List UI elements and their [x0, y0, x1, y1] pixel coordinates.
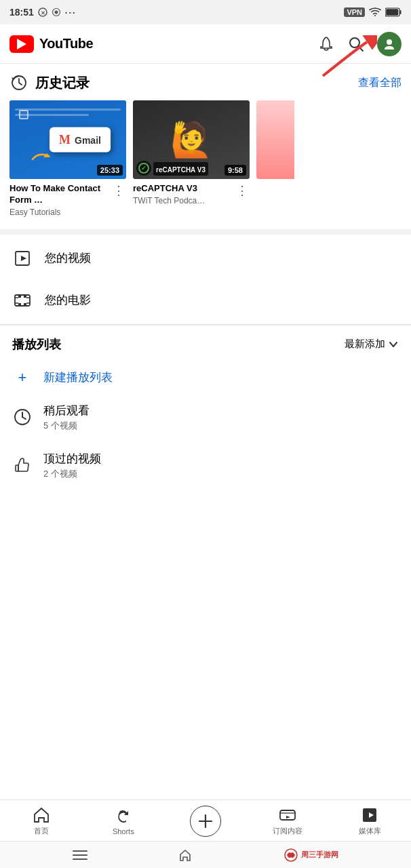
status-bar: 18:51 ✕ ··· VPN	[0, 0, 411, 24]
video-options-1[interactable]: ⋮	[111, 183, 126, 198]
arrow-svg	[30, 149, 57, 164]
sort-label: 最新添加	[345, 338, 385, 351]
youtube-logo-text: YouTube	[39, 36, 93, 52]
your-videos-icon-svg	[14, 250, 31, 267]
film-strip-icon	[12, 290, 33, 311]
nav-item-home[interactable]: 首页	[21, 806, 62, 836]
search-button[interactable]	[347, 35, 365, 53]
subscriptions-icon-svg	[279, 806, 296, 824]
nav-item-subscriptions[interactable]: 订阅内容	[267, 806, 308, 836]
youtube-logo-icon	[9, 35, 34, 53]
svg-rect-21	[18, 295, 21, 298]
library-icon-svg	[361, 806, 378, 824]
svg-rect-24	[24, 303, 26, 306]
duration-badge-1: 25:33	[97, 165, 123, 176]
add-icon	[197, 812, 214, 830]
menu-item-your-movies[interactable]: 您的电影	[0, 279, 411, 321]
header-icons	[317, 32, 402, 56]
thumbs-up-icon	[12, 455, 33, 475]
shorts-icon	[115, 808, 132, 825]
thumbnail-1: M Gmail 25:33	[9, 100, 126, 179]
playlist-section: 播放列表 最新添加 + 新建播放列表 稍后观看 5 个视频	[0, 325, 411, 495]
recaptcha-badge-inner	[138, 163, 149, 174]
third-thumbnail: 😊	[256, 100, 294, 179]
gmail-card: M Gmail	[50, 127, 111, 153]
recaptcha-label: reCAPTCHA V3	[156, 166, 206, 174]
bell-icon	[317, 35, 335, 53]
svg-rect-16	[15, 295, 30, 306]
status-left: 18:51 ✕ ···	[9, 7, 77, 18]
new-playlist-label: 新建播放列表	[43, 370, 113, 385]
history-section: 历史记录 查看全部 M Gmail	[0, 64, 411, 221]
your-movies-icon-svg	[14, 292, 31, 309]
sim-icon: ✕	[38, 7, 47, 17]
menu-section: 您的视频 您的电影	[0, 235, 411, 324]
svg-rect-5	[400, 10, 402, 14]
home-icon	[33, 806, 50, 824]
history-header: 历史记录 查看全部	[9, 73, 402, 92]
nav-item-add[interactable]	[185, 806, 226, 837]
svg-rect-28	[16, 465, 18, 471]
watermark-area: 周三手游网	[283, 848, 338, 863]
avatar	[377, 32, 402, 56]
video-meta-2: reCAPTCHA V3 TWiT Tech Podca…	[133, 183, 235, 205]
playlist-section-title: 播放列表	[12, 336, 61, 353]
svg-rect-31	[280, 810, 295, 820]
liked-name: 顶过的视频	[43, 451, 101, 467]
video-options-2[interactable]: ⋮	[235, 183, 250, 198]
watch-later-info: 稍后观看 5 个视频	[43, 403, 90, 432]
watch-later-icon-svg	[13, 408, 32, 427]
liked-count: 2 个视频	[43, 468, 101, 480]
video-card-1[interactable]: M Gmail 25:33 Ho	[9, 100, 126, 217]
add-button[interactable]	[190, 806, 221, 837]
watermark-text: 周三手游网	[301, 850, 338, 860]
playlist-item-watch-later[interactable]: 稍后观看 5 个视频	[12, 393, 399, 441]
bottom-spacer	[0, 495, 411, 583]
divider-1	[0, 229, 411, 235]
vpn-badge: VPN	[344, 7, 365, 17]
menu-label-your-movies: 您的电影	[45, 292, 91, 308]
status-right: VPN	[344, 7, 402, 17]
svg-point-3	[54, 11, 58, 14]
svg-marker-33	[286, 816, 290, 818]
thumbnail-2: 🙋 reCAPTCHA V3 9:58	[133, 100, 250, 179]
dots-indicator: ···	[65, 7, 77, 18]
sys-home-button[interactable]	[178, 848, 193, 863]
checkbox-icon	[19, 110, 28, 119]
duration-badge-2: 9:58	[224, 165, 246, 176]
liked-videos-icon-svg	[13, 456, 32, 475]
menu-item-your-videos[interactable]: 您的视频	[0, 237, 411, 279]
video-card-2[interactable]: 🙋 reCAPTCHA V3 9:58 reCAPTCHA V3 TWiT Te…	[133, 100, 250, 217]
play-square-icon	[12, 248, 33, 269]
nav-label-subscriptions: 订阅内容	[273, 826, 302, 836]
playlist-item-liked[interactable]: 顶过的视频 2 个视频	[12, 441, 399, 490]
thumbnail-3: 😊	[256, 100, 294, 179]
video-title-1: How To Make Contact Form …	[9, 183, 111, 206]
history-view-all[interactable]: 查看全部	[358, 76, 402, 90]
new-playlist-button[interactable]: + 新建播放列表	[12, 362, 399, 393]
menu-label-your-videos: 您的视频	[45, 250, 91, 266]
watch-later-name: 稍后观看	[43, 403, 90, 418]
nav-item-library[interactable]: 媒体库	[349, 806, 390, 836]
video-info-1: How To Make Contact Form … Easy Tutorial…	[9, 183, 126, 217]
sys-menu-button[interactable]	[73, 850, 87, 861]
video-channel-1: Easy Tutorials	[9, 208, 111, 217]
notifications-button[interactable]	[317, 35, 335, 53]
wifi-icon	[369, 7, 381, 17]
svg-line-27	[22, 417, 26, 419]
video-meta-1: How To Make Contact Form … Easy Tutorial…	[9, 183, 111, 217]
chevron-down-icon	[388, 339, 399, 350]
arrow-graphic	[30, 149, 57, 167]
svg-text:✕: ✕	[40, 10, 45, 16]
clock-icon	[12, 407, 33, 427]
nav-label-home: 首页	[34, 826, 49, 836]
subscriptions-icon	[279, 806, 296, 824]
battery-icon	[385, 7, 402, 17]
avatar-button[interactable]	[377, 32, 402, 56]
history-title: 历史记录	[35, 74, 90, 92]
nav-item-shorts[interactable]: Shorts	[103, 808, 144, 835]
svg-rect-6	[386, 9, 398, 16]
home-icon-svg	[33, 806, 50, 824]
sort-button[interactable]: 最新添加	[345, 338, 399, 351]
video-card-3[interactable]: 😊	[256, 100, 294, 217]
